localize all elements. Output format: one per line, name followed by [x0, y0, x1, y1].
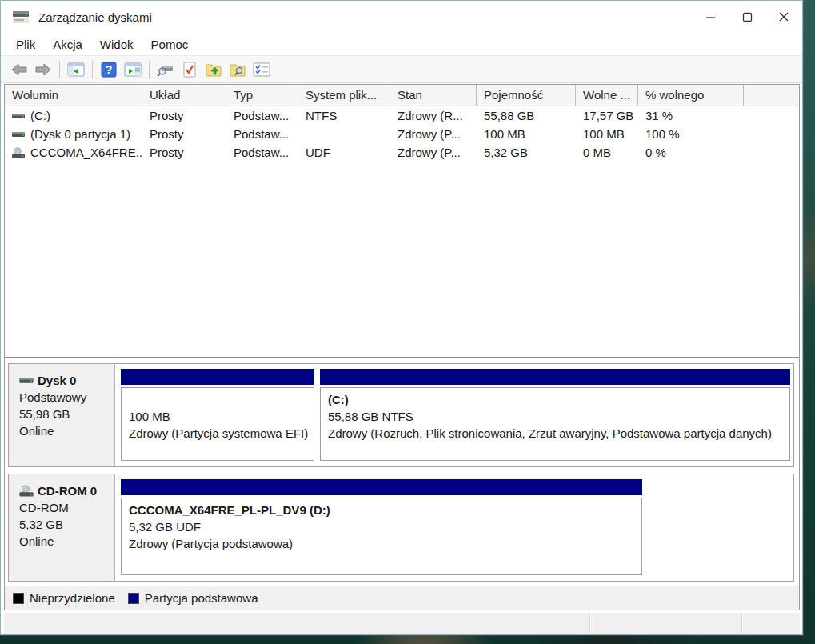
column-header-typ[interactable]: Typ: [226, 85, 298, 106]
drive-icon: [12, 129, 26, 140]
disk-0-row: Dysk 0 Podstawowy 55,98 GB Online 100 MB…: [8, 363, 794, 467]
back-icon: [10, 62, 28, 77]
menu-pomoc[interactable]: Pomoc: [142, 35, 198, 54]
column-header-pojemnosc[interactable]: Pojemność: [477, 85, 576, 106]
partition-dvd[interactable]: CCCOMA_X64FRE_PL-PL_DV9 (D:) 5,32 GB UDF…: [121, 479, 642, 581]
volume-type: Podstaw...: [226, 127, 298, 141]
menu-akcja[interactable]: Akcja: [44, 35, 91, 54]
close-button[interactable]: [765, 1, 802, 33]
back-button[interactable]: [7, 58, 31, 81]
volume-fs: UDF: [298, 146, 390, 159]
folder-search-button[interactable]: [226, 58, 250, 81]
status-cell: [4, 613, 589, 634]
app-icon: [11, 9, 30, 25]
disk-0-info-panel[interactable]: Dysk 0 Podstawowy 55,98 GB Online: [9, 364, 115, 466]
maximize-button[interactable]: [729, 1, 765, 33]
disk-kind: CD-ROM: [19, 499, 110, 516]
volume-capacity: 5,32 GB: [477, 146, 576, 159]
volume-layout: Prosty: [142, 109, 226, 122]
help-button[interactable]: ?: [97, 58, 121, 81]
disk-size: 55,98 GB: [19, 406, 110, 422]
column-header-system-plikow[interactable]: System plik...: [298, 85, 390, 106]
minimize-button[interactable]: [692, 1, 729, 33]
volume-status: Zdrowy (P...: [390, 146, 477, 159]
volume-layout: Prosty: [142, 146, 226, 159]
volume-free: 100 MB: [576, 127, 638, 141]
partition-status: Zdrowy (Partycja systemowa EFI): [129, 425, 314, 442]
disk-status: Online: [19, 422, 110, 439]
checklist-button[interactable]: [250, 58, 274, 81]
partition-color-bar: [320, 369, 790, 385]
volume-type: Podstaw...: [226, 109, 298, 122]
volume-status: Zdrowy (P...: [390, 127, 477, 141]
partition-efi[interactable]: 100 MB Zdrowy (Partycja systemowa EFI): [121, 369, 314, 466]
main-content: Wolumin Układ Typ System plik... Stan Po…: [4, 84, 800, 610]
drive-icon: [19, 374, 34, 386]
volume-free: 17,57 GB: [576, 109, 638, 122]
maximize-icon: [742, 12, 753, 22]
volume-row-dvd[interactable]: CCCOMA_X64FRE... Prosty Podstaw... UDF Z…: [5, 143, 799, 162]
toolbar-separator: [149, 61, 150, 78]
show-console-tree-icon: [67, 62, 85, 77]
volume-free: 0 MB: [576, 146, 638, 159]
partition-color-bar: [121, 479, 642, 495]
column-header-uklad[interactable]: Układ: [142, 85, 226, 106]
volume-layout: Prosty: [142, 127, 226, 141]
volume-pct-free: 100 %: [638, 127, 744, 141]
partition-size: 100 MB: [129, 408, 314, 425]
column-header-wolne[interactable]: Wolne ...: [576, 85, 638, 106]
rescan-disks-button[interactable]: [154, 58, 178, 81]
volume-list-header: Wolumin Układ Typ System plik... Stan Po…: [5, 85, 799, 106]
menu-bar: Plik Akcja Widok Pomoc: [1, 33, 802, 55]
svg-text:?: ?: [106, 63, 113, 76]
rescan-disks-icon: [157, 62, 174, 78]
folder-up-icon: [206, 62, 222, 78]
volume-type: Podstaw...: [226, 146, 298, 159]
status-bar: [4, 613, 800, 634]
partition-status: Zdrowy (Rozruch, Plik stronicowania, Zrz…: [328, 425, 789, 442]
disk-management-window: Zarządzanie dyskami Plik Akcja Widok Pom…: [0, 0, 803, 635]
volume-capacity: 100 MB: [477, 127, 576, 141]
graphical-view-pane: Dysk 0 Podstawowy 55,98 GB Online 100 MB…: [5, 358, 799, 586]
cdrom-0-row: CD-ROM 0 CD-ROM 5,32 GB Online CCCOMA_X6…: [8, 474, 794, 582]
partition-size: 5,32 GB UDF: [129, 518, 641, 535]
volume-pct-free: 31 %: [638, 109, 744, 122]
unallocated-swatch: [13, 593, 24, 604]
partition-label: CCCOMA_X64FRE_PL-PL_DV9 (D:): [129, 502, 641, 518]
column-header-stan[interactable]: Stan: [390, 85, 477, 106]
legend-bar: Nieprzydzielone Partycja podstawowa: [5, 586, 799, 610]
volume-name: CCCOMA_X64FRE...: [30, 146, 142, 159]
toolbar-separator: [59, 61, 60, 78]
primary-partition-swatch: [128, 593, 139, 604]
disk-name: Dysk 0: [38, 374, 76, 387]
show-console-tree-button[interactable]: [64, 58, 88, 81]
cd-drive-icon: [19, 485, 34, 497]
minimize-icon: [705, 12, 716, 22]
volume-row-efi[interactable]: (Dysk 0 partycja 1) Prosty Podstaw... Zd…: [5, 125, 799, 143]
disk-name: CD-ROM 0: [38, 484, 97, 498]
volume-name: (C:): [30, 109, 50, 122]
volume-row-c[interactable]: (C:) Prosty Podstaw... NTFS Zdrowy (R...…: [5, 106, 799, 125]
partition-label: [129, 391, 314, 408]
checklist-icon: [253, 62, 270, 77]
check-document-icon: [182, 62, 197, 78]
close-icon: [778, 11, 789, 22]
drive-icon: [12, 110, 26, 122]
column-header-wolumin[interactable]: Wolumin: [5, 85, 142, 106]
folder-up-button[interactable]: [202, 58, 226, 81]
menu-plik[interactable]: Plik: [7, 35, 44, 54]
cdrom-0-info-panel[interactable]: CD-ROM 0 CD-ROM 5,32 GB Online: [9, 474, 115, 581]
forward-button[interactable]: [31, 58, 55, 81]
legend-unallocated: Nieprzydzielone: [13, 591, 115, 605]
menu-widok[interactable]: Widok: [91, 35, 142, 54]
show-action-pane-button[interactable]: [121, 58, 145, 81]
legend-primary-partition: Partycja podstawowa: [128, 591, 258, 605]
help-icon: ?: [101, 62, 117, 78]
partition-status: Zdrowy (Partycja podstawowa): [129, 535, 641, 552]
partition-color-bar: [121, 369, 314, 385]
volume-pct-free: 0 %: [638, 146, 744, 159]
status-cell: [589, 613, 741, 634]
column-header-procent-wolnego[interactable]: % wolnego: [638, 85, 744, 106]
check-document-button[interactable]: [178, 58, 202, 81]
partition-c[interactable]: (C:) 55,88 GB NTFS Zdrowy (Rozruch, Plik…: [320, 369, 790, 466]
